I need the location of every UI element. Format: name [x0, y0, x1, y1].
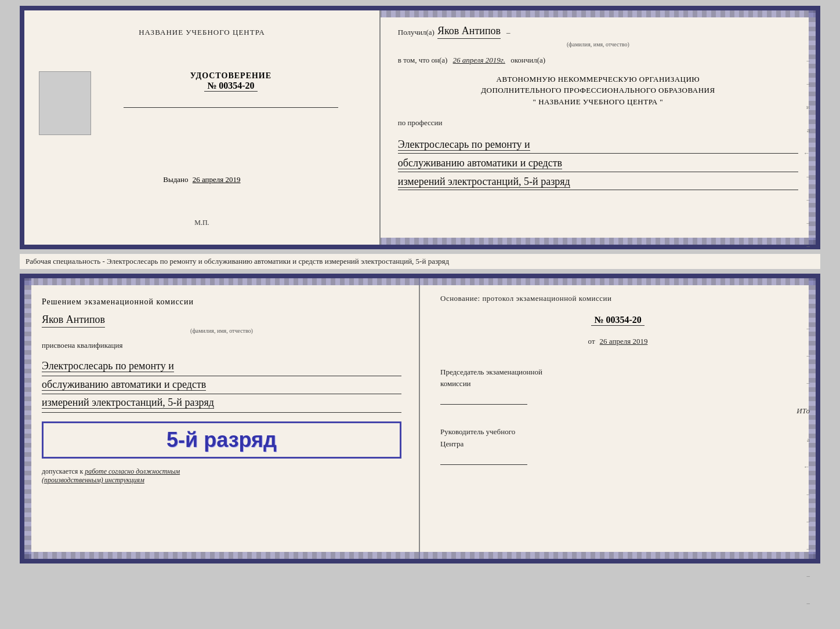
issued-date: 26 апреля 2019 [193, 175, 241, 184]
left-content-right: УДОСТОВЕРЕНИЕ № 00354-20 [97, 71, 365, 108]
rank-box: 5-й разряд [42, 421, 401, 459]
protocol-number: № 00354-20 [591, 315, 644, 326]
protocol-date-prefix: от [588, 337, 595, 346]
recipient-line: Получил(а) Яков Антипов – [398, 25, 798, 39]
basis-label: Основание: протокол экзаменационной коми… [440, 293, 795, 305]
profession-prefix: по профессии [398, 117, 798, 129]
date-value: 26 апреля 2019г. [453, 56, 505, 64]
profession-line1-wrap: Электрослесарь по ремонту и [398, 136, 798, 154]
dash7: – [803, 196, 811, 203]
recipient-sublabel-wrap: (фамилия, имя, отчество) [398, 41, 798, 48]
recipient-name: Яков Антипов [437, 25, 501, 39]
dash2: – [803, 80, 811, 87]
b-dash8: – [796, 545, 811, 552]
protocol-number-wrap: № 00354-20 [440, 315, 795, 326]
dash1: – [803, 57, 811, 64]
dash-after-name: – [506, 27, 510, 39]
top-left-middle: УДОСТОВЕРЕНИЕ № 00354-20 [39, 71, 365, 135]
profession-block: Электрослесарь по ремонту и обслуживанию… [398, 136, 798, 191]
person-sublabel-wrap: (фамилия, имя, отчество) [42, 328, 401, 334]
dash4: а [803, 126, 811, 133]
org-block: АВТОНОМНУЮ НЕКОММЕРЧЕСКУЮ ОРГАНИЗАЦИЮ ДО… [398, 74, 798, 108]
b-dash10: – [796, 599, 811, 606]
date-prefix: в том, что он(а) [398, 56, 448, 64]
issued-section: Выдано 26 апреля 2019 [163, 175, 240, 184]
profession-line2: обслуживанию автоматики и средств [398, 157, 562, 169]
dash3: и [803, 103, 811, 110]
bottom-left-page: Решением экзаменационной комиссии Яков А… [24, 278, 420, 559]
cert-number-section: УДОСТОВЕРЕНИЕ № 00354-20 [190, 71, 271, 92]
protocol-date: 26 апреля 2019 [600, 337, 648, 346]
sig-line-left [124, 96, 338, 108]
qual-line1: Электрослесарь по ремонту и [42, 360, 174, 372]
director-sig-line [440, 453, 527, 465]
right-margin-dashes: – – и а ← – – – – [803, 57, 811, 249]
dash6: – [803, 173, 811, 180]
b-dash2: – [796, 352, 811, 359]
profession-line2-wrap: обслуживанию автоматики и средств [398, 155, 798, 172]
qual-line3-wrap: измерений электростанций, 5-й разряд [42, 394, 401, 413]
director-title2: Центра [440, 438, 795, 450]
assigned-label: присвоена квалификация [42, 340, 401, 352]
org-line2: ДОПОЛНИТЕЛЬНОГО ПРОФЕССИОНАЛЬНОГО ОБРАЗО… [398, 85, 798, 96]
photo-placeholder [39, 71, 91, 135]
dash5: ← [803, 150, 811, 157]
profession-line1: Электрослесарь по ремонту и [398, 139, 530, 151]
director-title: Руководитель учебного [440, 426, 795, 438]
bottom-document: Решением экзаменационной комиссии Яков А… [20, 274, 820, 563]
allowed-block: допускается к работе согласно должностны… [42, 467, 401, 485]
top-left-page: НАЗВАНИЕ УЧЕБНОГО ЦЕНТРА УДОСТОВЕРЕНИЕ №… [24, 10, 381, 245]
allowed-prefix: допускается к [42, 467, 83, 475]
bottom-right-page: Основание: протокол экзаменационной коми… [420, 278, 816, 559]
cert-title: УДОСТОВЕРЕНИЕ [190, 71, 271, 81]
chairman-title2: комиссии [440, 378, 795, 390]
chairman-sig-line [440, 393, 527, 405]
protocol-date-wrap: от 26 апреля 2019 [440, 336, 795, 348]
person-name: Яков Антипов [42, 314, 105, 328]
top-right-page: Получил(а) Яков Антипов – (фамилия, имя,… [381, 10, 816, 245]
document-container: НАЗВАНИЕ УЧЕБНОГО ЦЕНТРА УДОСТОВЕРЕНИЕ №… [20, 6, 820, 563]
mp-label: М.П. [194, 219, 209, 227]
date-suffix: окончил(а) [510, 56, 545, 64]
rank-text: 5-й разряд [50, 428, 393, 452]
profession-line3-wrap: измерений электростанций, 5-й разряд [398, 173, 798, 191]
person-name-wrap: Яков Антипов (фамилия, имя, отчество) [42, 314, 401, 334]
chairman-block: Председатель экзаменационной комиссии [440, 366, 795, 408]
bottom-right-dashes: – – – ИТо а ← – – – – – [796, 325, 811, 606]
bottom-hatch-left [24, 278, 31, 559]
cert-number: № 00354-20 [204, 81, 257, 92]
recipient-sublabel: (фамилия, имя, отчество) [398, 41, 798, 48]
bottom-document-wrapper: Решением экзаменационной комиссии Яков А… [20, 274, 820, 563]
decision-title-text: Решением экзаменационной комиссии [42, 297, 194, 306]
b-dash6: – [796, 490, 811, 497]
top-document-wrapper: НАЗВАНИЕ УЧЕБНОГО ЦЕНТРА УДОСТОВЕРЕНИЕ №… [20, 6, 820, 249]
b-dash3: – [796, 379, 811, 386]
b-dash7: – [796, 518, 811, 525]
top-document: НАЗВАНИЕ УЧЕБНОГО ЦЕНТРА УДОСТОВЕРЕНИЕ №… [20, 6, 820, 249]
ito-mark: ИТо [796, 406, 811, 416]
issued-label: Выдано [163, 175, 188, 184]
recipient-prefix: Получил(а) [398, 27, 435, 39]
qual-line2: обслуживанию автоматики и средств [42, 379, 206, 391]
org-line3: " НАЗВАНИЕ УЧЕБНОГО ЦЕНТРА " [398, 96, 798, 108]
b-dash9: – [796, 572, 811, 579]
qual-line2-wrap: обслуживанию автоматики и средств [42, 376, 401, 395]
decision-title: Решением экзаменационной комиссии [42, 296, 401, 308]
qual-line1-wrap: Электрослесарь по ремонту и [42, 358, 401, 376]
qual-line3: измерений электростанций, 5-й разряд [42, 397, 214, 409]
director-block: Руководитель учебного Центра [440, 426, 795, 468]
allowed-text: работе согласно должностным [85, 467, 180, 475]
dash8: – [803, 219, 811, 226]
b-dash1: – [796, 325, 811, 332]
b-dash4: а [796, 436, 811, 443]
dash9: – [803, 242, 811, 249]
chairman-title: Председатель экзаменационной [440, 366, 795, 379]
top-left-title: НАЗВАНИЕ УЧЕБНОГО ЦЕНТРА [139, 28, 265, 37]
qualification-block: Электрослесарь по ремонту и обслуживанию… [42, 358, 401, 413]
allowed-text2: (производственным) инструкциям [42, 476, 144, 484]
person-sublabel: (фамилия, имя, отчество) [42, 328, 401, 334]
org-line1: АВТОНОМНУЮ НЕКОММЕРЧЕСКУЮ ОРГАНИЗАЦИЮ [398, 74, 798, 85]
separator-line: Рабочая специальность - Электрослесарь п… [26, 257, 449, 266]
bottom-hatch-top [24, 278, 816, 285]
date-line: в том, что он(а) 26 апреля 2019г. окончи… [398, 54, 798, 67]
